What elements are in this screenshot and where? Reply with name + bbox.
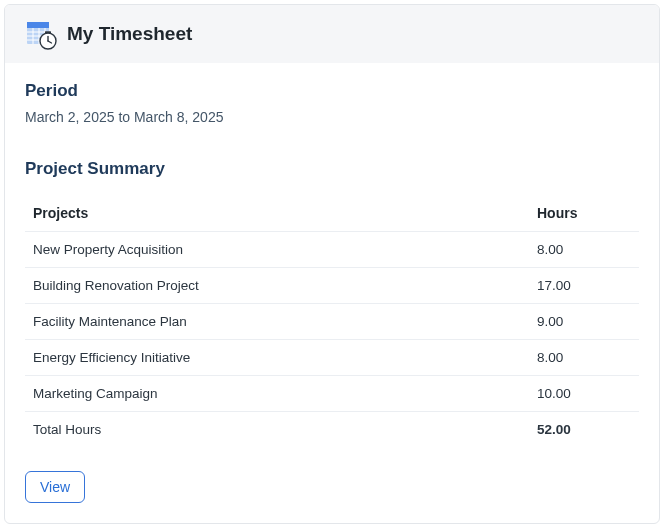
total-label: Total Hours — [25, 412, 529, 448]
total-row: Total Hours 52.00 — [25, 412, 639, 448]
cell-project: Energy Efficiency Initiative — [25, 340, 529, 376]
period-label: Period — [25, 81, 639, 101]
svg-rect-9 — [45, 31, 51, 33]
period-text: March 2, 2025 to March 8, 2025 — [25, 109, 639, 125]
table-row: Building Renovation Project 17.00 — [25, 268, 639, 304]
cell-hours: 8.00 — [529, 232, 639, 268]
cell-hours: 9.00 — [529, 304, 639, 340]
table-row: Energy Efficiency Initiative 8.00 — [25, 340, 639, 376]
col-hours: Hours — [529, 195, 639, 232]
timesheet-icon — [25, 18, 57, 50]
view-button[interactable]: View — [25, 471, 85, 503]
cell-project: Building Renovation Project — [25, 268, 529, 304]
col-projects: Projects — [25, 195, 529, 232]
cell-hours: 8.00 — [529, 340, 639, 376]
cell-project: Marketing Campaign — [25, 376, 529, 412]
cell-project: New Property Acquisition — [25, 232, 529, 268]
total-hours: 52.00 — [529, 412, 639, 448]
cell-hours: 17.00 — [529, 268, 639, 304]
cell-project: Facility Maintenance Plan — [25, 304, 529, 340]
timesheet-card: My Timesheet Period March 2, 2025 to Mar… — [4, 4, 660, 524]
cell-hours: 10.00 — [529, 376, 639, 412]
card-header: My Timesheet — [5, 5, 659, 63]
card-title: My Timesheet — [67, 23, 192, 45]
table-row: Marketing Campaign 10.00 — [25, 376, 639, 412]
svg-rect-1 — [27, 22, 49, 28]
summary-table: Projects Hours New Property Acquisition … — [25, 195, 639, 447]
summary-title: Project Summary — [25, 159, 639, 179]
card-body: Period March 2, 2025 to March 8, 2025 Pr… — [5, 63, 659, 523]
table-row: New Property Acquisition 8.00 — [25, 232, 639, 268]
table-row: Facility Maintenance Plan 9.00 — [25, 304, 639, 340]
